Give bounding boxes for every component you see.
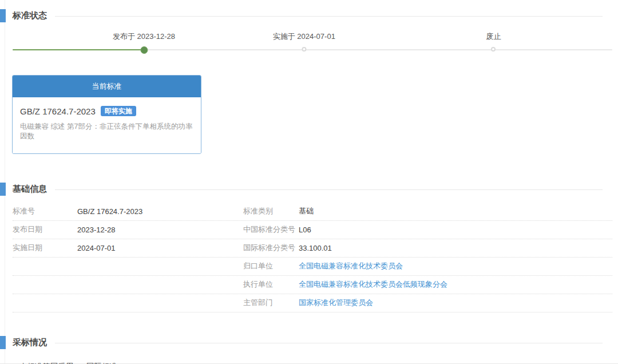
table-row: 实施日期 2024-07-01 国际标准分类号 33.100.01 bbox=[13, 239, 612, 258]
status-timeline: 发布于 2023-12-28 实施于 2024-07-01 废止 bbox=[13, 31, 612, 56]
timeline-stop-abolished: 废止 bbox=[486, 31, 501, 52]
timeline-label-abolished: 废止 bbox=[486, 31, 501, 42]
section-title-standard-status: 标准状态 bbox=[13, 10, 47, 21]
current-standard-card-body: GB/Z 17624.7-2023 即将实施 电磁兼容 综述 第7部分：非正弦条… bbox=[13, 97, 201, 153]
current-standard-card: 当前标准 GB/Z 17624.7-2023 即将实施 电磁兼容 综述 第7部分… bbox=[12, 75, 201, 154]
field-label-standard-category: 标准类别 bbox=[243, 206, 299, 216]
adoption-paragraph-iec: 本标准等同采用IEC国际标准：IEC TR 61000-1-7:2016。 bbox=[19, 362, 607, 364]
section-marker-icon bbox=[0, 183, 6, 196]
timeline-label-published: 发布于 2023-12-28 bbox=[113, 31, 175, 42]
field-label-china-classification: 中国标准分类号 bbox=[243, 224, 299, 235]
link-competent-department[interactable]: 国家标准化管理委员会 bbox=[299, 298, 612, 308]
field-label-executive-unit: 执行单位 bbox=[243, 279, 299, 290]
field-value-standard-category: 基础 bbox=[299, 206, 612, 216]
timeline-label-implemented: 实施于 2024-07-01 bbox=[273, 31, 335, 42]
timeline-dot-abolished bbox=[491, 47, 496, 52]
section-divider bbox=[55, 189, 603, 190]
adoption-status-header: 采标情况 bbox=[0, 335, 618, 349]
field-label-competent-department: 主管部门 bbox=[243, 298, 299, 308]
timeline-dot-published bbox=[140, 46, 148, 54]
current-standard-card-header: 当前标准 bbox=[13, 76, 201, 97]
section-standard-status: 标准状态 发布于 2023-12-28 实施于 2024-07-01 废止 当前… bbox=[0, 9, 618, 154]
section-title-basic-info: 基础信息 bbox=[13, 184, 47, 195]
section-adoption-status: 采标情况 本标准等同采用IEC国际标准：IEC TR 61000-1-7:201… bbox=[0, 335, 618, 364]
standard-code: GB/Z 17624.7-2023 bbox=[20, 106, 96, 116]
standard-description: 电磁兼容 综述 第7部分：非正弦条件下单相系统的功率因数 bbox=[20, 122, 193, 141]
field-value-standard-number: GB/Z 17624.7-2023 bbox=[77, 207, 243, 216]
link-centralized-unit[interactable]: 全国电磁兼容标准化技术委员会 bbox=[299, 261, 612, 271]
section-divider bbox=[55, 343, 603, 343]
standard-detail-page: 标准状态 发布于 2023-12-28 实施于 2024-07-01 废止 当前… bbox=[0, 0, 618, 364]
standard-code-row: GB/Z 17624.7-2023 即将实施 bbox=[20, 106, 193, 116]
field-label-centralized-unit: 归口单位 bbox=[243, 261, 299, 271]
timeline-stop-published: 发布于 2023-12-28 bbox=[113, 31, 175, 54]
standard-status-header: 标准状态 bbox=[0, 9, 618, 22]
field-label-implementation-date: 实施日期 bbox=[13, 243, 77, 253]
timeline-stop-implemented: 实施于 2024-07-01 bbox=[273, 31, 335, 52]
field-label-standard-number: 标准号 bbox=[13, 206, 77, 216]
section-basic-info: 基础信息 标准号 GB/Z 17624.7-2023 标准类别 基础 发布日期 … bbox=[0, 182, 618, 312]
field-label-international-classification: 国际标准分类号 bbox=[243, 243, 299, 253]
section-title-adoption-status: 采标情况 bbox=[13, 337, 47, 348]
field-label-publish-date: 发布日期 bbox=[13, 224, 77, 235]
section-marker-icon bbox=[0, 336, 6, 349]
link-executive-unit[interactable]: 全国电磁兼容标准化技术委员会低频现象分会 bbox=[299, 279, 612, 290]
timeline-dot-implemented bbox=[302, 47, 306, 52]
table-row: 发布日期 2023-12-28 中国标准分类号 L06 bbox=[13, 221, 612, 239]
status-badge: 即将实施 bbox=[101, 106, 136, 116]
field-value-implementation-date: 2024-07-01 bbox=[77, 244, 243, 252]
field-value-china-classification: L06 bbox=[299, 225, 612, 234]
section-divider bbox=[55, 16, 603, 17]
table-row: 标准号 GB/Z 17624.7-2023 标准类别 基础 bbox=[13, 203, 612, 221]
table-row: 归口单位 全国电磁兼容标准化技术委员会 bbox=[13, 258, 612, 276]
section-marker-icon bbox=[0, 9, 6, 22]
basic-info-header: 基础信息 bbox=[0, 182, 618, 196]
field-value-publish-date: 2023-12-28 bbox=[77, 225, 243, 234]
table-row: 主管部门 国家标准化管理委员会 bbox=[13, 294, 612, 312]
field-value-international-classification: 33.100.01 bbox=[299, 244, 612, 252]
table-row: 执行单位 全国电磁兼容标准化技术委员会低频现象分会 bbox=[13, 276, 612, 294]
basic-info-table: 标准号 GB/Z 17624.7-2023 标准类别 基础 发布日期 2023-… bbox=[13, 203, 612, 312]
